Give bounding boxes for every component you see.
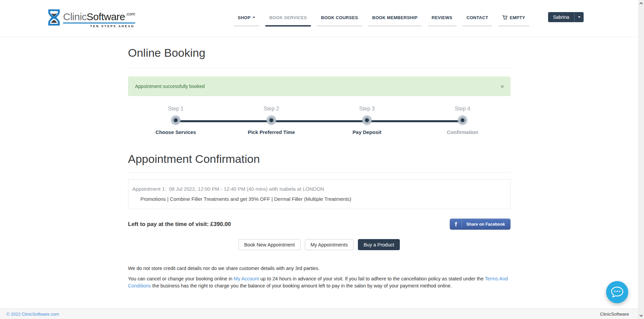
scroll-up-arrow-icon[interactable]	[640, 2, 643, 6]
nav-item-contact[interactable]: CONTACT	[463, 15, 492, 27]
step-label: Choose Services	[128, 129, 224, 135]
nav-text-cart-empty: EMPTY	[509, 15, 525, 20]
cart-icon	[502, 15, 507, 20]
main-content: Online Booking Appointment successfully …	[0, 46, 638, 289]
step-label: Pay Deposit	[319, 129, 415, 135]
nav-text-contact: CONTACT	[467, 15, 488, 20]
step-dot	[171, 116, 180, 125]
nav-item-book-courses[interactable]: BOOK COURSES	[317, 15, 362, 27]
page-title: Online Booking	[128, 46, 511, 69]
step-label: Confirmation	[415, 129, 511, 135]
progress-steps: Step 1 Choose Services Step 2 Pick Prefe…	[128, 105, 511, 135]
appointment-service: Promotions | Combine Filler Treatments a…	[132, 196, 506, 202]
page-area: ClinicSoftware.com TEN STEPS AHEAD SHOP …	[0, 0, 638, 289]
nav-text-book-membership: BOOK MEMBERSHIP	[372, 15, 417, 20]
nav-underline	[498, 25, 529, 27]
success-alert: Appointment successfully booked ×	[128, 77, 511, 96]
brand-logo[interactable]: ClinicSoftware.com TEN STEPS AHEAD	[47, 9, 135, 28]
nav-label-contact: CONTACT	[463, 15, 492, 20]
my-account-link[interactable]: My Account	[234, 276, 259, 281]
appointment-details-box: Appointment 1: 08 Jul 2022, 12:00 PM - 1…	[128, 179, 511, 209]
chevron-down-icon	[253, 17, 255, 18]
page: ClinicSoftware.com TEN STEPS AHEAD SHOP …	[0, 0, 644, 319]
logo-wordmark: ClinicSoftware.com	[63, 9, 135, 22]
step-label: Pick Preferred Time	[224, 129, 319, 135]
step-dot	[267, 116, 276, 125]
step-number: Step 2	[224, 105, 319, 112]
nav-label-reviews: REVIEWS	[428, 15, 457, 20]
footer: © 2022 ClinicSoftware.com ClinicSoftware	[0, 309, 638, 319]
step-1: Step 1 Choose Services	[128, 105, 224, 135]
scroll-down-arrow-icon[interactable]	[640, 314, 643, 317]
facebook-divider	[462, 221, 462, 228]
logo-word-clinic: Clinic	[63, 11, 87, 22]
privacy-note: We do not store credit card details nor …	[128, 265, 511, 272]
nav-underline	[428, 25, 457, 27]
share-facebook-button[interactable]: f Share on Facebook	[450, 219, 510, 230]
payment-row: Left to pay at the time of visit: £390.0…	[128, 219, 511, 230]
chat-bubble-icon	[611, 286, 624, 298]
my-appointments-button[interactable]: My Appointments	[305, 239, 354, 250]
main-nav: SHOP BOOK SERVICES BOOK COURSES BOOK MEM…	[234, 15, 529, 27]
nav-label-book-courses: BOOK COURSES	[317, 15, 362, 20]
nav-text-book-courses: BOOK COURSES	[321, 15, 358, 20]
nav-underline	[463, 25, 492, 27]
book-new-appointment-button[interactable]: Book New Appointment	[238, 239, 301, 250]
nav-text-book-services: BOOK SERVICES	[269, 15, 307, 20]
cancellation-note: You can cancel or change your booking on…	[128, 275, 511, 289]
nav-item-shop[interactable]: SHOP	[234, 15, 259, 27]
step-dot	[458, 116, 467, 125]
nav-underline	[368, 25, 421, 27]
step-number: Step 4	[415, 105, 511, 112]
step-number: Step 3	[319, 105, 415, 112]
nav-item-cart-empty[interactable]: EMPTY	[498, 15, 529, 27]
cancellation-text-1: You can cancel or change your booking on…	[128, 276, 234, 281]
step-2: Step 2 Pick Preferred Time	[224, 105, 319, 135]
nav-underline-active	[265, 25, 311, 27]
share-facebook-label: Share on Facebook	[466, 222, 505, 227]
chat-button[interactable]	[606, 281, 628, 303]
step-dot	[363, 116, 371, 125]
nav-item-reviews[interactable]: REVIEWS	[428, 15, 457, 27]
chevron-down-icon	[578, 16, 581, 18]
nav-item-book-services[interactable]: BOOK SERVICES	[265, 15, 311, 27]
nav-underline	[234, 25, 259, 27]
cancellation-text-3: the business has the right to charge you…	[151, 283, 452, 288]
alert-close-button[interactable]: ×	[501, 84, 504, 89]
nav-label-book-services: BOOK SERVICES	[265, 15, 311, 20]
logo-tld: .com	[126, 11, 135, 16]
step-4: Step 4 Confirmation	[415, 105, 511, 135]
step-3: Step 3 Pay Deposit	[319, 105, 415, 135]
user-name[interactable]: Sabrina	[548, 12, 574, 22]
user-menu-button[interactable]: Sabrina	[548, 12, 584, 22]
nav-label-shop: SHOP	[234, 15, 259, 20]
footer-copyright-link[interactable]: © 2022 ClinicSoftware.com	[6, 312, 59, 317]
confirmation-title: Appointment Confirmation	[128, 152, 511, 173]
scrollbar[interactable]	[638, 0, 644, 319]
left-to-pay-amount: Left to pay at the time of visit: £390.0…	[128, 221, 231, 228]
action-buttons: Book New Appointment My Appointments Buy…	[128, 239, 511, 250]
nav-underline	[317, 25, 362, 27]
user-menu-caret-button[interactable]	[574, 12, 584, 22]
buy-product-button[interactable]: Buy a Product	[358, 239, 400, 250]
logo-text: ClinicSoftware.com TEN STEPS AHEAD	[63, 9, 135, 28]
footer-brand: ClinicSoftware	[600, 312, 629, 317]
logo-tagline: TEN STEPS AHEAD	[63, 25, 135, 28]
logo-underline	[63, 22, 135, 24]
step-number: Step 1	[128, 105, 224, 112]
nav-label-cart: EMPTY	[498, 15, 529, 20]
appointment-summary: Appointment 1: 08 Jul 2022, 12:00 PM - 1…	[132, 186, 506, 192]
header: ClinicSoftware.com TEN STEPS AHEAD SHOP …	[0, 0, 638, 37]
nav-text-reviews: REVIEWS	[432, 15, 452, 20]
alert-message: Appointment successfully booked	[135, 84, 205, 89]
nav-label-book-membership: BOOK MEMBERSHIP	[368, 15, 421, 20]
nav-item-book-membership[interactable]: BOOK MEMBERSHIP	[368, 15, 421, 27]
hourglass-logo-icon	[47, 9, 61, 26]
nav-text-shop: SHOP	[238, 15, 251, 20]
facebook-icon: f	[450, 221, 462, 228]
cancellation-text-2: up to 24 hours in advance of your visit.…	[259, 276, 485, 281]
logo-word-software: Software	[87, 11, 125, 22]
